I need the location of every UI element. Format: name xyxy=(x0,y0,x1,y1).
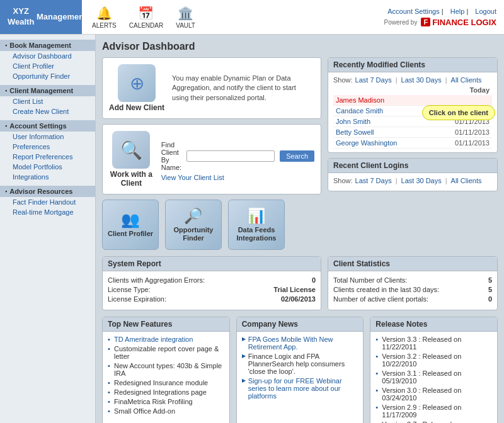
client-link-james-madison[interactable]: James Madison xyxy=(336,96,384,104)
work-with-client-label: Work with a Client xyxy=(109,170,154,188)
nav-calendar[interactable]: 📅 CALENDAR xyxy=(129,6,163,29)
calendar-label: CALENDAR xyxy=(129,22,163,29)
sidebar-item-user-information[interactable]: User Information xyxy=(0,132,95,142)
search-button[interactable]: Search xyxy=(280,150,314,162)
news-item: Version 2.9 : Released on 11/17/2009 xyxy=(375,403,492,419)
recently-modified-show-row: Show: Last 7 Days | Last 30 Days | All C… xyxy=(333,76,492,84)
page-title: Advisor Dashboard xyxy=(102,41,498,52)
toggle-icon: ▪ xyxy=(5,188,7,195)
client-profiler-panel-label: Client Profiler xyxy=(108,230,153,238)
logins-show-last-7[interactable]: Last 7 Days xyxy=(355,177,392,184)
sidebar-book-management-title[interactable]: ▪ Book Management xyxy=(0,40,95,51)
view-client-list-link[interactable]: View Your Client List xyxy=(161,174,314,181)
news-item: Redesigned Insurance module xyxy=(108,379,224,386)
sidebar-item-opportunity-finder[interactable]: Opportunity Finder xyxy=(0,71,95,81)
show-all-clients[interactable]: All Clients xyxy=(451,76,482,84)
recently-modified-title: Recently Modified Clients xyxy=(328,58,497,72)
add-new-client-description: You may enable Dynamic Plan or Data Aggr… xyxy=(172,74,314,103)
fpa-mobile-link[interactable]: FPA Goes Mobile With New Retirement App. xyxy=(248,336,333,351)
td-ameritrade-link[interactable]: TD Ameritrade integration xyxy=(114,336,193,343)
webinar-link[interactable]: Sign-up for our FREE Webinar series to l… xyxy=(248,377,342,400)
company-news-body: FPA Goes Mobile With New Retirement App.… xyxy=(237,332,364,405)
work-with-client-icon[interactable]: 🔍 xyxy=(112,131,150,169)
toggle-icon: ▪ xyxy=(5,42,7,48)
powered-by: Powered by F FINANCE LOGIX xyxy=(384,18,496,27)
news-item: FinaMetrica Risk Profiling xyxy=(108,398,224,405)
recently-modified-card: Recently Modified Clients Show: Last 7 D… xyxy=(328,57,498,153)
app-header: XYZ Wealth Management 🔔 ALERTS 📅 CALENDA… xyxy=(0,0,504,35)
sidebar-section-client-management: ▪ Client Management Client List Create N… xyxy=(0,85,95,116)
opportunity-finder-panel[interactable]: 🔎 Opportunity Finder xyxy=(165,200,222,250)
logo-line1: XYZ Wealth xyxy=(8,6,34,28)
add-new-client-label: Add New Client xyxy=(109,103,164,112)
add-new-client-body: You may enable Dynamic Plan or Data Aggr… xyxy=(172,74,314,103)
show-label: Show: xyxy=(333,76,353,84)
news-item: New Account types: 403b & Simple IRA xyxy=(108,362,224,377)
logins-show-all[interactable]: All Clients xyxy=(451,177,482,184)
table-row: George Washington 01/11/2013 xyxy=(333,138,492,149)
news-item: FPA Goes Mobile With New Retirement App. xyxy=(242,336,358,351)
sidebar-item-fact-finder[interactable]: Fact Finder Handout xyxy=(0,197,95,207)
clients-last-30-value: 5 xyxy=(488,286,492,293)
logo-line2: Management xyxy=(37,12,86,23)
aggregation-errors-value: 0 xyxy=(312,276,316,284)
sidebar-item-create-new-client[interactable]: Create New Client xyxy=(0,106,95,116)
show-last-7-days[interactable]: Last 7 Days xyxy=(355,76,392,84)
top-section: ⊕ Add New Client You may enable Dynamic … xyxy=(102,57,498,250)
total-clients-value: 5 xyxy=(488,276,492,284)
sidebar-advisor-resources-title[interactable]: ▪ Advisor Resources xyxy=(0,186,95,197)
sidebar-item-report-preferences[interactable]: Report Preferences xyxy=(0,152,95,162)
release-notes-title: Release Notes xyxy=(370,317,497,332)
sidebar-client-management-title[interactable]: ▪ Client Management xyxy=(0,85,95,96)
show-last-30-days[interactable]: Last 30 Days xyxy=(401,76,442,84)
news-item: Version 3.3 : Released on 11/22/2011 xyxy=(375,336,492,351)
news-item: Redesigned Integrations page xyxy=(108,388,224,396)
today-header: Today xyxy=(333,86,492,94)
sidebar-item-advisor-dashboard[interactable]: Advisor Dashboard xyxy=(0,51,95,61)
system-report-body: Clients with Aggregation Errors: 0 Licen… xyxy=(103,271,321,310)
sidebar-item-client-profiler[interactable]: Client Profiler xyxy=(0,61,95,71)
data-feeds-panel[interactable]: 📊 Data Feeds Integrations xyxy=(228,200,285,250)
client-link-john-smith[interactable]: John Smith xyxy=(336,118,370,125)
report-row: Clients with Aggregation Errors: 0 xyxy=(108,276,316,284)
account-settings-link[interactable]: Account Settings xyxy=(387,8,440,15)
app-logo[interactable]: XYZ Wealth Management xyxy=(0,0,82,34)
client-link-george-washington[interactable]: George Washington xyxy=(336,139,397,147)
sidebar-account-settings-title[interactable]: ▪ Account Settings xyxy=(0,120,95,132)
news-item: Version 3.1 : Released on 05/19/2010 xyxy=(375,369,492,385)
search-input[interactable] xyxy=(186,150,275,162)
sidebar-item-client-list[interactable]: Client List xyxy=(0,96,95,106)
sidebar-item-model-portfolios[interactable]: Model Portfolios xyxy=(0,162,95,172)
report-row: License Expiration: 02/06/2013 xyxy=(108,295,316,303)
system-report-title: System Report xyxy=(103,257,321,271)
bottom-section: System Report Clients with Aggregation E… xyxy=(102,256,498,310)
logins-show-last-30[interactable]: Last 30 Days xyxy=(401,177,442,184)
news-item: Finance Logix and FPA PlannerSearch help… xyxy=(242,352,358,375)
toggle-icon: ▪ xyxy=(5,87,7,94)
finance-logix-brand: F FINANCE LOGIX xyxy=(421,18,496,27)
sidebar-item-integrations[interactable]: Integrations xyxy=(0,172,95,182)
client-link-candace-smith[interactable]: Candace Smith xyxy=(336,107,383,115)
stats-row: Clients created in the last 30 days: 5 xyxy=(333,286,492,293)
toggle-icon: ▪ xyxy=(5,123,7,129)
logout-link[interactable]: Logout xyxy=(475,8,496,15)
client-profiler-panel[interactable]: 👥 Client Profiler xyxy=(102,200,159,250)
news-item: Version 2.7 : Released on 07/15/2009 xyxy=(375,420,492,423)
top-right-area: Account Settings | Help | Logout Powered… xyxy=(382,0,504,34)
client-date-george-washington: 01/11/2013 xyxy=(433,138,492,149)
nav-alerts[interactable]: 🔔 ALERTS xyxy=(92,6,117,29)
logins-show-row: Show: Last 7 Days | Last 30 Days | All C… xyxy=(333,177,492,184)
sidebar-item-preferences[interactable]: Preferences xyxy=(0,142,95,152)
client-link-betty-sowell[interactable]: Betty Sowell xyxy=(336,128,374,136)
client-date-betty-sowell: 01/11/2013 xyxy=(433,127,492,138)
work-with-client-body: Find Client By Name: Search View Your Cl… xyxy=(161,137,314,181)
recent-logins-body: Show: Last 7 Days | Last 30 Days | All C… xyxy=(328,173,497,191)
nav-vault[interactable]: 🏛️ VAULT xyxy=(176,6,195,29)
release-notes-body: Version 3.3 : Released on 11/22/2011 Ver… xyxy=(370,332,497,423)
recently-modified-body: Show: Last 7 Days | Last 30 Days | All C… xyxy=(328,72,497,152)
sidebar-item-realtime-mortgage[interactable]: Real-time Mortgage xyxy=(0,207,95,217)
help-link[interactable]: Help xyxy=(450,8,465,15)
find-client-row: Find Client By Name: Search xyxy=(161,141,314,171)
add-new-client-icon[interactable]: ⊕ xyxy=(118,64,156,102)
icon-panels-row: 👥 Client Profiler 🔎 Opportunity Finder 📊… xyxy=(102,200,321,250)
